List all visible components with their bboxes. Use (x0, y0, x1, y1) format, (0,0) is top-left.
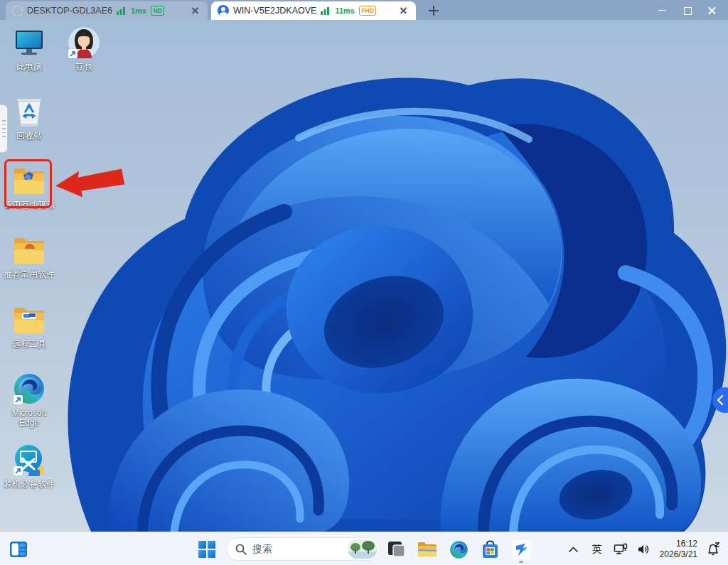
placeholder-avatar-icon (12, 6, 23, 16)
time-label: 16:12 (676, 539, 697, 549)
desktop-icon-this-pc[interactable]: 此电脑 (3, 26, 55, 72)
shortcut-arrow-icon (14, 466, 23, 475)
file-explorer-icon (417, 540, 438, 559)
latency-value: 1ms (131, 6, 146, 15)
new-tab-plus-icon[interactable] (426, 3, 441, 18)
shortcut-arrow-icon (14, 395, 23, 404)
remote-app-button-running[interactable] (507, 535, 535, 564)
search-placeholder: 搜索 (252, 543, 348, 556)
system-tray: 英 16:12 2026/3/21 (564, 532, 722, 565)
search-icon (235, 544, 247, 555)
windows-logo-icon (198, 540, 216, 559)
icon-label: 回收站 (16, 131, 42, 141)
icon-label: 远程工具 (12, 339, 46, 349)
annotation-arrow (54, 165, 125, 197)
chevron-up-icon (569, 547, 578, 552)
taskbar-search-box[interactable]: 搜索 (226, 537, 380, 561)
recycle-bin-icon (12, 95, 46, 129)
desktop-icon-essential-software[interactable]: 装机必备软件 (3, 443, 55, 489)
widgets-icon (8, 539, 29, 560)
pc-setup-tools-icon (12, 443, 46, 477)
icon-label: 豆包 (75, 62, 92, 72)
annotation-highlight-box (4, 159, 52, 208)
tab-name: WIN-V5E2JDKAOVE (233, 6, 316, 16)
ethernet-network-icon (614, 543, 628, 556)
remote-desktop-window: DESKTOP-GDL3AE6 1ms HD WIN-V5E2JDKAOVE 1… (0, 0, 728, 565)
signal-bars-icon (117, 6, 127, 15)
session-tab-win-v5e2jdkaove[interactable]: WIN-V5E2JDKAOVE 11ms FHD (211, 1, 416, 20)
quality-badge: HD (151, 6, 164, 16)
close-tab-icon[interactable] (190, 5, 201, 16)
icon-label: 推荐常用软件 (4, 269, 55, 279)
tray-overflow-button[interactable] (564, 536, 583, 563)
doubao-avatar-icon (67, 26, 101, 60)
latency-value: 11ms (335, 6, 355, 15)
pinned-app-desktop-manager[interactable] (382, 535, 410, 564)
remote-desktop-viewport: 此电脑 豆包 (0, 20, 728, 532)
icon-label: 此电脑 (16, 62, 42, 72)
edge-taskbar-button[interactable] (444, 535, 473, 564)
edge-browser-icon (12, 372, 46, 406)
session-tab-desktop-gdl3ae6[interactable]: DESKTOP-GDL3AE6 1ms HD (6, 1, 208, 20)
ime-indicator[interactable]: 英 (588, 536, 606, 563)
close-window-icon[interactable] (707, 6, 717, 15)
folder-icon (12, 233, 46, 267)
shortcut-arrow-icon (68, 49, 77, 58)
running-indicator (519, 561, 523, 563)
monitor-icon (12, 26, 46, 60)
network-status[interactable] (611, 536, 630, 563)
signal-bars-icon (321, 6, 331, 15)
desktop-icon-microsoft-edge[interactable]: Microsoft Edge (3, 372, 55, 428)
speaker-icon (637, 544, 651, 555)
quality-badge: FHD (359, 6, 376, 16)
icon-label: 装机必备软件 (4, 479, 55, 489)
user-avatar-icon (218, 5, 229, 16)
search-highlight-thumbnail (348, 539, 378, 559)
edge-browser-icon (449, 540, 469, 559)
icon-label: Microsoft Edge (3, 408, 55, 428)
clock[interactable]: 16:12 2026/3/21 (658, 536, 699, 563)
desktop-icon-recommended-software-folder[interactable]: 推荐常用软件 (3, 233, 55, 279)
chevron-left-icon (717, 395, 724, 405)
dark-squares-app-icon (387, 540, 406, 559)
desktop-icon-doubao[interactable]: 豆包 (58, 26, 110, 72)
windows11-bloom-wallpaper (0, 20, 728, 532)
volume-status[interactable] (635, 536, 653, 563)
desktop-icon-recycle-bin[interactable]: 回收站 (3, 95, 55, 141)
titlebar: DESKTOP-GDL3AE6 1ms HD WIN-V5E2JDKAOVE 1… (0, 0, 728, 20)
desktop-icon-remote-tools-folder[interactable]: 远程工具 (3, 303, 55, 349)
file-explorer-button[interactable] (413, 535, 441, 564)
ime-mode-label: 英 (592, 543, 602, 556)
start-button[interactable] (193, 535, 221, 564)
maximize-icon[interactable] (682, 6, 692, 15)
taskbar: 搜索 (0, 532, 728, 565)
notification-center-button[interactable] (704, 536, 722, 563)
minimize-icon[interactable] (658, 6, 667, 15)
close-tab-icon[interactable] (398, 5, 410, 16)
window-controls (646, 0, 728, 20)
widgets-button[interactable] (4, 535, 33, 564)
bell-dnd-icon (706, 542, 720, 556)
tab-name: DESKTOP-GDL3AE6 (27, 6, 112, 16)
folder-tools-icon (12, 303, 46, 337)
microsoft-store-icon (481, 540, 500, 559)
microsoft-store-button[interactable] (476, 535, 504, 564)
remote-control-app-icon (511, 539, 532, 560)
date-label: 2026/3/21 (660, 549, 697, 560)
